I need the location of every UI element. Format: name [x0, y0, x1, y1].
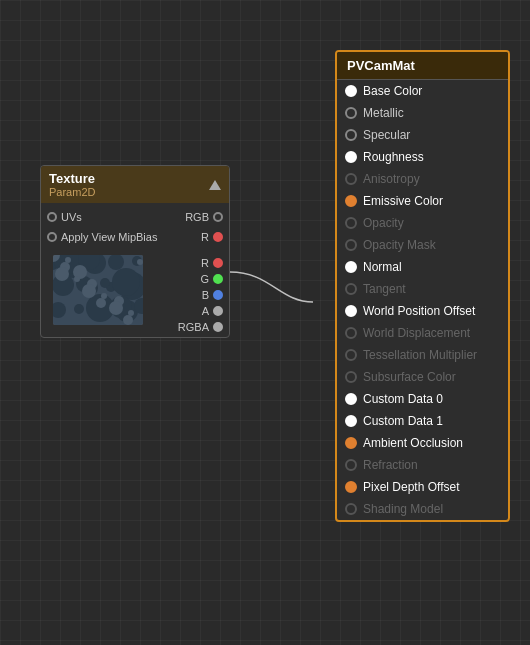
- material-node-header: PVCamMat: [337, 52, 508, 80]
- texture-preview: [53, 255, 143, 325]
- world-displacement-pin[interactable]: [345, 327, 357, 339]
- uvs-pin-row: UVs RGB: [41, 207, 229, 227]
- mipmias-type: R: [201, 231, 209, 243]
- anisotropy-pin[interactable]: [345, 173, 357, 185]
- roughness-pin[interactable]: [345, 151, 357, 163]
- ambient-occlusion-label: Ambient Occlusion: [363, 436, 463, 450]
- texture-node-title: Texture: [49, 171, 95, 186]
- custom-data-1-label: Custom Data 1: [363, 414, 443, 428]
- mipmias-label: Apply View MipBias: [61, 231, 157, 243]
- world-position-offset-pin[interactable]: [345, 305, 357, 317]
- opacity-pin[interactable]: [345, 217, 357, 229]
- opacity-mask-pin[interactable]: [345, 239, 357, 251]
- pin-row-custom-data-1[interactable]: Custom Data 1: [337, 410, 508, 432]
- refraction-pin[interactable]: [345, 459, 357, 471]
- texture-node-header: Texture Param2D: [41, 166, 229, 203]
- g-output-pin[interactable]: [213, 274, 223, 284]
- pin-row-tessellation[interactable]: Tessellation Multiplier: [337, 344, 508, 366]
- metallic-pin[interactable]: [345, 107, 357, 119]
- pin-row-specular[interactable]: Specular: [337, 124, 508, 146]
- base-color-pin[interactable]: [345, 85, 357, 97]
- roughness-label: Roughness: [363, 150, 424, 164]
- subsurface-pin[interactable]: [345, 371, 357, 383]
- uvs-type: RGB: [185, 211, 209, 223]
- r-label: R: [201, 257, 209, 269]
- tangent-label: Tangent: [363, 282, 406, 296]
- uvs-label: UVs: [61, 211, 82, 223]
- subsurface-label: Subsurface Color: [363, 370, 456, 384]
- texture-node-body: UVs RGB Apply View MipBias R: [41, 203, 229, 337]
- tessellation-label: Tessellation Multiplier: [363, 348, 477, 362]
- emissive-label: Emissive Color: [363, 194, 443, 208]
- pin-row-refraction[interactable]: Refraction: [337, 454, 508, 476]
- pixel-depth-offset-pin[interactable]: [345, 481, 357, 493]
- pin-row-opacity[interactable]: Opacity: [337, 212, 508, 234]
- collapse-icon[interactable]: [209, 180, 221, 190]
- rgba-output-pin[interactable]: [213, 322, 223, 332]
- normal-pin[interactable]: [345, 261, 357, 273]
- pin-row-subsurface[interactable]: Subsurface Color: [337, 366, 508, 388]
- texture-node[interactable]: Texture Param2D UVs RGB Apply View MipBi…: [40, 165, 230, 338]
- normal-label: Normal: [363, 260, 402, 274]
- pin-row-normal[interactable]: Normal: [337, 256, 508, 278]
- emissive-pin[interactable]: [345, 195, 357, 207]
- pin-row-world-position-offset[interactable]: World Position Offset: [337, 300, 508, 322]
- world-displacement-label: World Displacement: [363, 326, 470, 340]
- base-color-label: Base Color: [363, 84, 422, 98]
- uvs-input-pin[interactable]: [47, 212, 57, 222]
- specular-pin[interactable]: [345, 129, 357, 141]
- pin-row-base-color[interactable]: Base Color: [337, 80, 508, 102]
- pin-row-custom-data-0[interactable]: Custom Data 0: [337, 388, 508, 410]
- tessellation-pin[interactable]: [345, 349, 357, 361]
- rgba-label: RGBA: [178, 321, 209, 333]
- texture-node-subtitle: Param2D: [49, 186, 95, 198]
- custom-data-0-label: Custom Data 0: [363, 392, 443, 406]
- pixel-depth-offset-label: Pixel Depth Offset: [363, 480, 460, 494]
- opacity-mask-label: Opacity Mask: [363, 238, 436, 252]
- g-label: G: [200, 273, 209, 285]
- metallic-label: Metallic: [363, 106, 404, 120]
- world-position-offset-label: World Position Offset: [363, 304, 475, 318]
- mipmias-pin-row: Apply View MipBias R: [41, 227, 229, 247]
- opacity-label: Opacity: [363, 216, 404, 230]
- custom-data-1-pin[interactable]: [345, 415, 357, 427]
- custom-data-0-pin[interactable]: [345, 393, 357, 405]
- material-node[interactable]: PVCamMat Base Color Metallic Specular Ro…: [335, 50, 510, 522]
- refraction-label: Refraction: [363, 458, 418, 472]
- material-node-title: PVCamMat: [347, 58, 498, 73]
- specular-label: Specular: [363, 128, 410, 142]
- shading-model-pin[interactable]: [345, 503, 357, 515]
- pin-row-roughness[interactable]: Roughness: [337, 146, 508, 168]
- mipmias-input-pin[interactable]: [47, 232, 57, 242]
- pin-row-anisotropy[interactable]: Anisotropy: [337, 168, 508, 190]
- ambient-occlusion-pin[interactable]: [345, 437, 357, 449]
- pin-row-shading-model[interactable]: Shading Model: [337, 498, 508, 520]
- pin-row-pixel-depth-offset[interactable]: Pixel Depth Offset: [337, 476, 508, 498]
- pin-row-ambient-occlusion[interactable]: Ambient Occlusion: [337, 432, 508, 454]
- texture-canvas: [53, 255, 143, 325]
- tangent-pin[interactable]: [345, 283, 357, 295]
- pin-row-metallic[interactable]: Metallic: [337, 102, 508, 124]
- a-label: A: [202, 305, 209, 317]
- pin-row-emissive[interactable]: Emissive Color: [337, 190, 508, 212]
- b-output-pin[interactable]: [213, 290, 223, 300]
- r-output-pin[interactable]: [213, 258, 223, 268]
- uvs-output-pin[interactable]: [213, 212, 223, 222]
- pin-row-world-displacement[interactable]: World Displacement: [337, 322, 508, 344]
- b-label: B: [202, 289, 209, 301]
- shading-model-label: Shading Model: [363, 502, 443, 516]
- anisotropy-label: Anisotropy: [363, 172, 420, 186]
- pin-row-tangent[interactable]: Tangent: [337, 278, 508, 300]
- a-output-pin[interactable]: [213, 306, 223, 316]
- mipmias-output-pin[interactable]: [213, 232, 223, 242]
- pin-row-opacity-mask[interactable]: Opacity Mask: [337, 234, 508, 256]
